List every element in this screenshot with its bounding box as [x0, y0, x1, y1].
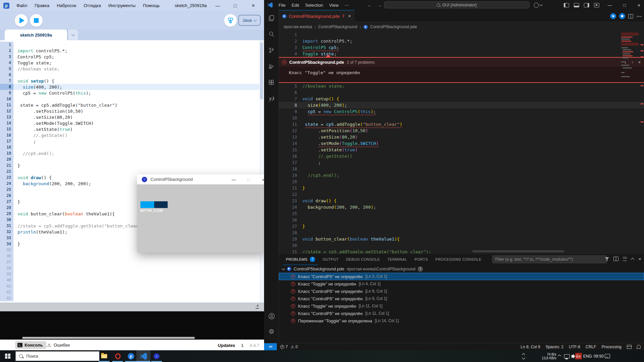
source-control-icon[interactable] [264, 42, 279, 58]
maximize-icon[interactable]: □ [229, 0, 241, 11]
problems-file-group[interactable]: ControlP5background.pde простая кнопка\C… [279, 265, 644, 273]
sketch-titlebar[interactable]: ControlP5background — □ × [137, 174, 265, 185]
minimize-icon[interactable]: — [212, 0, 224, 11]
start-button[interactable] [0, 350, 15, 362]
menu-item-File[interactable]: File [275, 0, 289, 10]
status-cursor-position[interactable]: Ln 8, Col 9 [521, 345, 540, 349]
menu-item-Edit[interactable]: Edit [289, 0, 302, 10]
status-eol[interactable]: CRLF [586, 345, 596, 349]
panel-tab-terminal[interactable]: TERMINAL [384, 254, 410, 265]
taskbar-search-box[interactable]: Поиск [15, 351, 99, 361]
errors-tab[interactable]: Ошибки [47, 341, 70, 349]
editor-layout-icon[interactable] [627, 345, 632, 349]
view-as-table-icon[interactable] [623, 257, 627, 261]
action-center-icon[interactable] [603, 350, 611, 362]
menu-item-Файл[interactable]: Файл [13, 0, 31, 11]
panel-tab-output[interactable]: OUTPUT [319, 254, 342, 265]
toggle-sidebar-icon[interactable] [561, 0, 571, 10]
console-hscrollbar[interactable] [22, 337, 195, 339]
toggle-panel-icon[interactable] [571, 0, 582, 10]
menu-item-Инструменты[interactable]: Инструменты [104, 0, 139, 11]
run-button[interactable] [15, 14, 28, 27]
close-panel-icon[interactable]: × [638, 257, 641, 261]
vscode-code-editor[interactable]: 12import controlP5.*;3ControlP5 cp5;4Tog… [279, 32, 644, 253]
breadcrumb-item[interactable]: ControlP5background [318, 24, 357, 29]
file-explorer-taskbar-icon[interactable] [97, 350, 111, 362]
panel-tab-debug-console[interactable]: DEBUG CONSOLE [343, 254, 383, 265]
toggle-secondary-sidebar-icon[interactable] [582, 0, 592, 10]
notifications-bell-icon[interactable] [637, 345, 641, 348]
sketch-taskbar-icon[interactable] [150, 350, 163, 362]
status-problems[interactable]: 7 ⚠ 0 [280, 345, 298, 349]
opera-taskbar-icon[interactable] [111, 350, 125, 362]
tab-controlp5background[interactable]: ControlP5background.pde 7 × [279, 10, 354, 22]
search-icon[interactable] [264, 26, 279, 42]
problems-filter-input[interactable]: Filter (e.g. text, **/*.ts, !**/node_mod… [492, 255, 607, 263]
problem-row-5[interactable]: Класс "Toggle" не определён[Ln 11, Col 1… [279, 302, 644, 310]
problem-row-2[interactable]: Класс "Toggle" не определён[Ln 4, Col 1] [279, 280, 644, 288]
menu-item-Правка[interactable]: Правка [31, 0, 53, 11]
close-icon[interactable]: × [634, 0, 644, 10]
problem-row-1[interactable]: Класс "ControlP5" не определён[Ln 3, Col… [279, 273, 644, 280]
more-actions-icon[interactable]: ⋯ [636, 13, 642, 19]
toggle-switch[interactable] [140, 201, 168, 208]
breadcrumb-item[interactable]: простая кнопка [284, 24, 312, 29]
split-editor-icon[interactable] [628, 14, 633, 18]
menu-item-Помощь[interactable]: Помощь [139, 0, 163, 11]
panel-tab-processing-console[interactable]: PROCESSING CONSOLE [432, 254, 484, 265]
menu-item-Отладка[interactable]: Отладка [80, 0, 104, 11]
editor-hscrollbar[interactable] [472, 250, 564, 252]
scrollbar-thumb[interactable] [260, 42, 263, 99]
network-speed[interactable]: 74 B/s 13,8 KB/s [531, 350, 556, 362]
stop-button[interactable] [30, 14, 43, 27]
panel-tab-problems[interactable]: PROBLEMS7 [283, 254, 318, 265]
debug-button[interactable] [224, 14, 237, 27]
panel-tab-ports[interactable]: PORTS [412, 254, 431, 265]
back-arrow-icon[interactable]: ← [365, 0, 374, 10]
command-search-box[interactable]: GUI [Administrator] [384, 1, 529, 8]
console-tab[interactable]: Консоль [15, 341, 46, 349]
traffic-monitor-icon[interactable] [520, 350, 527, 362]
forward-arrow-icon[interactable]: → [375, 0, 384, 10]
expand-chevron-icon[interactable] [282, 267, 285, 270]
processing-taskbar-icon[interactable]: p [124, 350, 138, 362]
editor-scrollbar[interactable] [259, 40, 264, 303]
maximize-icon[interactable]: □ [619, 0, 630, 10]
close-icon[interactable]: × [257, 174, 265, 185]
explorer-icon[interactable] [264, 10, 279, 26]
split-panel-icon[interactable] [613, 257, 618, 261]
menu-item-View[interactable]: View [326, 0, 342, 10]
problem-row-3[interactable]: Класс "ControlP5" не определён[Ln 9, Col… [279, 288, 644, 295]
processing-code-editor[interactable]: 12import controlP5.*;3ControlP5 cp5;4Tog… [0, 40, 264, 303]
minimize-icon[interactable]: — [605, 0, 615, 10]
overview-ruler[interactable] [640, 32, 644, 253]
run-debug-icon[interactable] [264, 58, 279, 74]
account-icon[interactable] [264, 308, 279, 324]
tab-close-icon[interactable]: × [348, 13, 351, 19]
status-indentation[interactable]: Spaces: 2 [546, 345, 563, 349]
maximize-panel-icon[interactable] [631, 258, 635, 261]
extensions-icon[interactable] [264, 74, 279, 91]
sketch-tab[interactable]: sketch 250919a [5, 30, 67, 40]
stop-sketch-button[interactable] [619, 13, 625, 19]
status-language-mode[interactable]: Processing [602, 345, 621, 349]
breadcrumb-item[interactable]: ControlP5background.pde [370, 24, 417, 29]
mode-selector-button[interactable]: Java [238, 15, 261, 26]
problem-row-7[interactable]: Переменная "Toggle" не определена[Ln 14,… [279, 317, 644, 324]
peek-error-message[interactable]: Класс "Toggle" не определён [279, 67, 644, 75]
remote-indicator[interactable]: >< [264, 343, 277, 350]
updates-label[interactable]: Updates [218, 343, 235, 348]
minimize-icon[interactable]: — [227, 174, 241, 185]
customize-layout-icon[interactable] [592, 0, 602, 10]
problem-row-4[interactable]: Класс "ControlP5" не определён[Ln 9, Col… [279, 295, 644, 302]
minimap[interactable] [621, 33, 639, 96]
collapse-console-icon[interactable] [256, 305, 259, 309]
problem-row-6[interactable]: Класс "ControlP5" не определён[Ln 11, Co… [279, 310, 644, 317]
menu-item-Selection[interactable]: Selection [302, 0, 326, 10]
tab-menu-button[interactable] [68, 30, 78, 40]
run-sketch-button[interactable] [610, 13, 616, 19]
close-icon[interactable]: × [247, 0, 259, 11]
settings-gear-icon[interactable]: ⚙ [264, 323, 279, 340]
processing-extension-icon[interactable]: y) [264, 91, 279, 107]
breadcrumbs[interactable]: простая кнопка›ControlP5background›Contr… [279, 22, 644, 32]
